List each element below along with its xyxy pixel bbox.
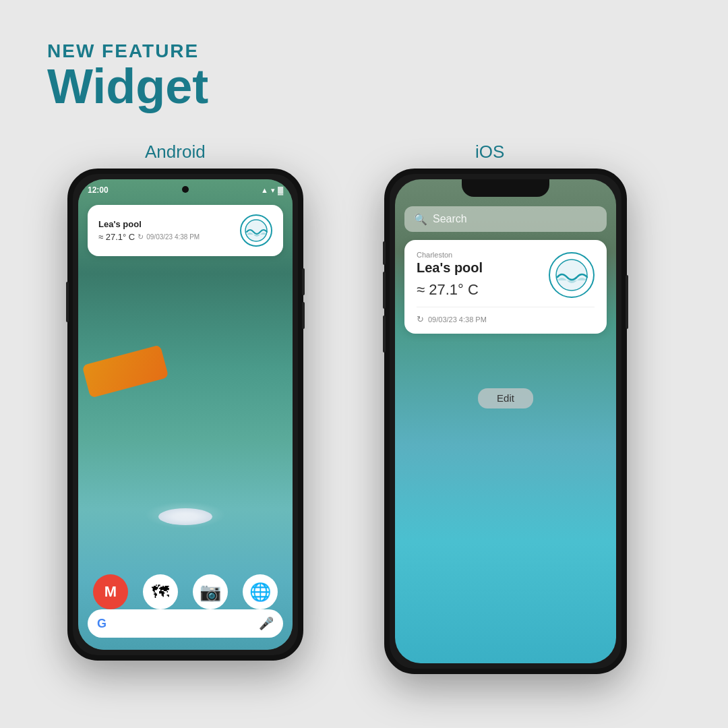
ios-silent-button[interactable] bbox=[383, 241, 386, 265]
android-dock: M 🗺 📷 🌐 bbox=[78, 574, 293, 609]
google-search-bar[interactable]: G 🎤 bbox=[88, 609, 283, 638]
ios-search-icon: 🔍 bbox=[414, 213, 427, 226]
ios-screen: 🔍 Search Charleston Lea's pool ≈ 27.1° C bbox=[395, 179, 616, 663]
android-widget-content: Lea's pool ≈ 27.1° C ↻ 09/03/23 4:38 PM bbox=[98, 219, 240, 242]
android-vol-down-button[interactable] bbox=[302, 302, 305, 329]
header-title: Widget bbox=[47, 62, 208, 111]
ios-notch bbox=[462, 179, 549, 197]
ios-widget-pool-name: Lea's pool bbox=[417, 260, 483, 276]
ios-search-bar[interactable]: 🔍 Search bbox=[404, 206, 607, 232]
android-camera bbox=[182, 186, 189, 193]
android-vol-up-button[interactable] bbox=[302, 268, 305, 295]
chrome-icon[interactable]: 🌐 bbox=[243, 574, 278, 609]
android-widget-refresh-icon[interactable]: ↻ bbox=[138, 233, 144, 241]
android-widget-pool-name: Lea's pool bbox=[98, 219, 240, 229]
photos-icon[interactable]: 📷 bbox=[193, 574, 228, 609]
android-phone: 12:00 ▲ ▾ ▓ Lea's pool ≈ 27.1° C ↻ 09/03… bbox=[67, 169, 303, 661]
ios-widget-text-section: Charleston Lea's pool ≈ 27.1° C bbox=[417, 251, 483, 299]
ios-widget-location: Charleston bbox=[417, 251, 483, 259]
android-platform-label: Android bbox=[145, 142, 206, 162]
ios-vol-up-button[interactable] bbox=[383, 272, 386, 309]
mic-icon[interactable]: 🎤 bbox=[259, 616, 274, 631]
pool-ripple bbox=[145, 502, 226, 528]
android-widget-icon bbox=[240, 214, 272, 247]
water-wave-svg bbox=[244, 218, 268, 243]
ios-water-wave-svg bbox=[555, 258, 588, 292]
android-screen: 12:00 ▲ ▾ ▓ Lea's pool ≈ 27.1° C ↻ 09/03… bbox=[78, 179, 293, 650]
maps-icon[interactable]: 🗺 bbox=[143, 574, 178, 609]
ios-search-placeholder: Search bbox=[433, 213, 467, 225]
gmail-icon[interactable]: M bbox=[93, 574, 128, 609]
android-power-button[interactable] bbox=[66, 282, 69, 322]
status-time: 12:00 bbox=[88, 185, 109, 195]
ios-widget-temperature: ≈ 27.1° C bbox=[417, 281, 483, 299]
header-section: NEW FEATURE Widget bbox=[47, 40, 208, 111]
ios-widget-refresh-icon[interactable]: ↻ bbox=[417, 314, 424, 324]
android-widget-temp-row: ≈ 27.1° C ↻ 09/03/23 4:38 PM bbox=[98, 232, 240, 242]
ios-widget-date-row: ↻ 09/03/23 4:38 PM bbox=[417, 307, 595, 324]
signal-icon: ▲ bbox=[261, 186, 268, 194]
battery-icon: ▓ bbox=[278, 186, 283, 194]
wifi-icon: ▾ bbox=[271, 186, 275, 195]
ios-phone: 🔍 Search Charleston Lea's pool ≈ 27.1° C bbox=[384, 169, 627, 674]
ios-widget-date: 09/03/23 4:38 PM bbox=[428, 315, 487, 324]
android-widget-temperature: ≈ 27.1° C bbox=[98, 232, 135, 242]
android-widget[interactable]: Lea's pool ≈ 27.1° C ↻ 09/03/23 4:38 PM bbox=[88, 205, 283, 256]
ios-widget[interactable]: Charleston Lea's pool ≈ 27.1° C ↻ 09/03/… bbox=[404, 240, 607, 334]
status-icons: ▲ ▾ ▓ bbox=[261, 186, 283, 195]
ios-widget-icon bbox=[549, 252, 595, 298]
ios-edit-label: Edit bbox=[497, 392, 514, 404]
ios-widget-main-row: Charleston Lea's pool ≈ 27.1° C bbox=[417, 251, 595, 299]
ios-edit-button[interactable]: Edit bbox=[478, 388, 533, 408]
ios-vol-down-button[interactable] bbox=[383, 315, 386, 353]
ios-power-button[interactable] bbox=[626, 275, 628, 329]
android-widget-date: 09/03/23 4:38 PM bbox=[146, 233, 200, 241]
ios-platform-label: iOS bbox=[475, 142, 504, 162]
